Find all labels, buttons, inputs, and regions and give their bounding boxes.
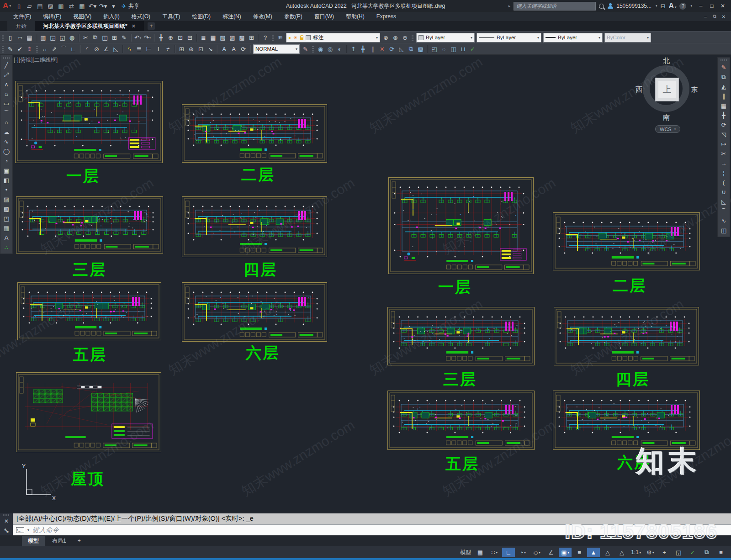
rotate-tool[interactable]: ⟳ xyxy=(718,120,729,130)
toolbar-grip[interactable] xyxy=(312,46,314,53)
extrude-faces-button[interactable]: ↥ xyxy=(349,44,358,53)
zoom-realtime-button[interactable]: ⊕ xyxy=(166,33,175,42)
subtract-button[interactable]: ◎ xyxy=(325,44,335,53)
menu-编辑[interactable]: 编辑(E) xyxy=(37,12,67,21)
color-control-dropdown[interactable]: ByLayer▾ xyxy=(416,33,475,42)
dim-baseline-button[interactable]: ≣ xyxy=(134,44,144,53)
imprint-button[interactable]: ◰ xyxy=(429,44,439,53)
customize-quick-access-button[interactable]: ▾ xyxy=(108,1,119,11)
markup-button[interactable]: ▩ xyxy=(237,33,247,42)
dim-jogged-button[interactable]: ◺ xyxy=(111,44,121,53)
layer-match-button[interactable]: ⊛ xyxy=(391,33,400,42)
command-grip[interactable] xyxy=(3,514,10,516)
break-tool[interactable]: ( xyxy=(718,178,729,187)
floor-plan-8[interactable] xyxy=(388,177,534,276)
stretch-tool[interactable]: ↦ xyxy=(718,139,729,149)
help-icon[interactable]: ? xyxy=(679,3,686,10)
isodraft-toggle[interactable]: ◇▾ xyxy=(530,548,543,557)
erase-tool[interactable]: ✎ xyxy=(718,63,729,72)
menu-标注[interactable]: 标注(N) xyxy=(217,12,247,21)
quick-dim-button[interactable]: ϟ xyxy=(125,44,134,53)
make-block-tool[interactable]: ◧ xyxy=(1,175,12,185)
new-file-button[interactable]: ▯ xyxy=(14,1,24,11)
menu-修改[interactable]: 修改(M) xyxy=(247,12,278,21)
designcenter-button[interactable]: ▦ xyxy=(208,33,218,42)
recent-commands-caret-icon[interactable]: ▾ xyxy=(27,528,29,532)
sheet-set-button[interactable]: ▨ xyxy=(228,33,237,42)
delete-faces-button[interactable]: ✕ xyxy=(377,44,387,53)
polar-tracking-toggle[interactable]: ◔▾ xyxy=(516,548,529,557)
floor-plan-7[interactable] xyxy=(16,372,161,454)
customize-menu-button[interactable]: ≡ xyxy=(715,548,727,557)
save-as-button[interactable]: ▨ xyxy=(45,1,56,11)
check-solid-button[interactable]: ✓ xyxy=(468,44,477,53)
command-customize-icon[interactable]: 🔧︎ xyxy=(4,528,10,534)
hatch-tool[interactable]: ▨ xyxy=(1,195,12,204)
tab-model[interactable]: 模型 xyxy=(22,536,45,546)
open-button[interactable]: ▱ xyxy=(15,33,25,42)
viewport-controls[interactable]: [-][俯视][二维线框] xyxy=(14,56,58,64)
rotate-faces-button[interactable]: ⟳ xyxy=(387,44,397,53)
wcs-button[interactable]: WCS▾ xyxy=(655,125,680,133)
isolate-objects-button[interactable]: ◱ xyxy=(672,548,685,557)
ortho-toggle[interactable]: ∟ xyxy=(502,548,515,557)
rectangle-tool[interactable]: ▭ xyxy=(1,99,12,108)
lineweight-toggle[interactable]: ≡ xyxy=(573,548,586,557)
linetype-control-dropdown[interactable]: ByLayer▾ xyxy=(477,33,541,42)
dock-grip[interactable] xyxy=(720,59,727,61)
recent-commands-icon[interactable]: ▸_ xyxy=(16,527,24,533)
dim-space-button[interactable]: Ι xyxy=(154,44,163,53)
search-input[interactable]: 键入关键字或短语 xyxy=(514,2,596,11)
annotation-monitor-toggle[interactable]: △ xyxy=(615,548,628,557)
floor-plan-1[interactable] xyxy=(15,81,163,165)
copy-clip-button[interactable]: ⧉ xyxy=(90,33,100,42)
copy-faces-button[interactable]: ⧉ xyxy=(406,44,416,53)
cut-button[interactable]: ✂ xyxy=(81,33,90,42)
line-tool[interactable]: ╱ xyxy=(1,60,12,70)
mirror-tool[interactable]: ◭ xyxy=(718,82,729,91)
fillet-tool[interactable]: ⌒ xyxy=(718,206,729,216)
viewcube-south-label[interactable]: 南 xyxy=(663,113,670,122)
multiline-text-tool[interactable]: A xyxy=(1,233,12,243)
command-input[interactable]: ▸_ ▾ 键入命令 xyxy=(13,524,731,536)
user-menu-caret-icon[interactable]: ▾ xyxy=(656,4,657,8)
gradient-tool[interactable]: ▩ xyxy=(1,204,12,214)
dim-style-button[interactable]: ⊞ xyxy=(177,44,186,53)
join-tool[interactable]: ∪ xyxy=(718,187,729,197)
plot-style-control-dropdown[interactable]: ByColor▾ xyxy=(604,33,651,42)
move-faces-button[interactable]: ╋ xyxy=(358,44,368,53)
menu-窗口[interactable]: 窗口(W) xyxy=(308,12,340,21)
autodesk-account-icon[interactable]: A▾ xyxy=(668,2,676,10)
menu-插入[interactable]: 插入(I) xyxy=(97,12,125,21)
minimize-button[interactable]: – xyxy=(695,1,706,11)
floor-plan-5[interactable] xyxy=(17,282,161,342)
edit-text-button[interactable]: ✎ xyxy=(5,44,15,53)
floor-plan-4[interactable] xyxy=(182,196,327,259)
dim-continue-button[interactable]: ⊢ xyxy=(144,44,154,53)
viewcube[interactable]: 北 西 东 南 上 WCS▾ xyxy=(639,58,698,136)
zoom-window-button[interactable]: ⊡ xyxy=(175,33,185,42)
polyline-tool[interactable]: ʌ xyxy=(1,79,12,89)
make-layer-current-button[interactable]: ⊚ xyxy=(381,33,391,42)
floor-plan-11[interactable] xyxy=(554,307,699,367)
new-layout-button[interactable]: + xyxy=(74,538,85,544)
quickcalc-button[interactable]: ⊞ xyxy=(247,33,256,42)
menu-文件[interactable]: 文件(F) xyxy=(7,12,37,21)
properties-palette-button[interactable]: ≣ xyxy=(199,33,208,42)
undo-button[interactable]: ↶▾ xyxy=(87,1,98,11)
toolbar-grip[interactable] xyxy=(412,34,413,41)
dim-break-button[interactable]: ≠ xyxy=(163,44,173,53)
menu-Express[interactable]: Express xyxy=(371,12,402,21)
viewcube-north-label[interactable]: 北 xyxy=(663,57,670,65)
doc-minimize-button[interactable]: – xyxy=(701,14,710,19)
dim-ordinate-button[interactable]: ∟ xyxy=(69,44,78,53)
redo-button[interactable]: ↷▾ xyxy=(98,1,108,11)
multileader-button[interactable]: ↘ xyxy=(206,44,215,53)
taper-faces-button[interactable]: ◺ xyxy=(397,44,406,53)
menu-视图[interactable]: 视图(V) xyxy=(67,12,97,21)
chamfer-tool[interactable]: ◺ xyxy=(718,197,729,206)
model-space-canvas[interactable]: [-][俯视][二维线框] 北 西 东 南 上 WCS▾ Y X 一层二层三层四… xyxy=(0,54,731,513)
annotation-scale-button[interactable]: 1:1▾ xyxy=(630,548,642,557)
layer-properties-button[interactable]: ≋ xyxy=(275,33,285,42)
autocad-app-menu-button[interactable]: A▾ xyxy=(0,0,14,11)
